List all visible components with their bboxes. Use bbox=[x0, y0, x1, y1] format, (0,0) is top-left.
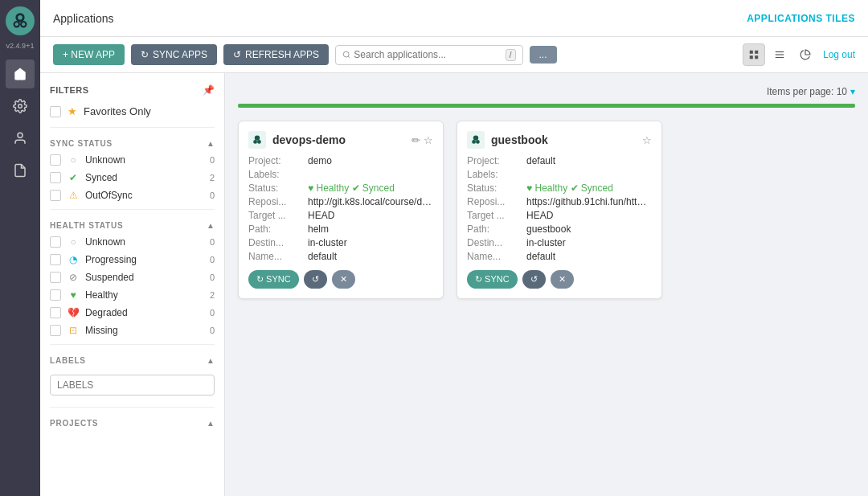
pin-icon: 📌 bbox=[203, 84, 215, 96]
sync-button-guestbook[interactable]: ↻ SYNC bbox=[467, 270, 518, 289]
health-healthy-count: 2 bbox=[210, 290, 215, 300]
health-unknown-icon: ○ bbox=[68, 236, 79, 248]
card-target-guestbook: Target ... HEAD bbox=[467, 210, 652, 221]
svg-point-22 bbox=[476, 140, 480, 144]
refresh-button-devops[interactable]: ↺ bbox=[304, 270, 327, 289]
sync-status-section: SYNC STATUS ▲ bbox=[40, 133, 224, 151]
tile-view-button[interactable] bbox=[743, 43, 765, 66]
sync-outofsync-item[interactable]: ⚠ OutOfSync 0 bbox=[40, 187, 224, 204]
view-icons bbox=[743, 43, 817, 66]
health-suspended-count: 0 bbox=[210, 273, 215, 282]
pie-view-button[interactable] bbox=[794, 43, 817, 66]
topbar: Applications APPLICATIONS TILES bbox=[40, 0, 868, 37]
nav-home-icon[interactable] bbox=[6, 59, 35, 88]
svg-point-3 bbox=[18, 15, 23, 20]
nav-docs-icon[interactable] bbox=[6, 156, 35, 185]
labels-section bbox=[40, 368, 224, 402]
delete-button-devops[interactable]: ✕ bbox=[332, 270, 355, 289]
refresh-apps-button[interactable]: ↺ REFRESH APPS bbox=[223, 44, 329, 65]
sync-apps-button[interactable]: ↻ SYNC APPS bbox=[131, 44, 217, 65]
card-repo-guestbook: Reposi... https://github.91chi.fun/https… bbox=[467, 196, 652, 207]
labels-collapse-icon[interactable]: ▲ bbox=[207, 356, 215, 365]
divider-3 bbox=[50, 344, 215, 345]
labels-section-header: LABELS ▲ bbox=[40, 350, 224, 368]
favorites-row[interactable]: ★ Favorites Only bbox=[40, 100, 224, 122]
star-icon-devops[interactable]: ☆ bbox=[424, 134, 433, 146]
card-destination-devops: Destin... in-cluster bbox=[248, 237, 433, 248]
health-progressing-checkbox[interactable] bbox=[50, 254, 61, 265]
health-suspended-label: Suspended bbox=[85, 272, 203, 283]
missing-icon: ⊡ bbox=[68, 325, 79, 336]
card-labels-guestbook: Labels: bbox=[467, 169, 652, 180]
health-degraded-item[interactable]: 💔 Degraded 0 bbox=[40, 304, 224, 322]
sync-collapse-icon[interactable]: ▲ bbox=[207, 139, 215, 148]
progressing-icon: ◔ bbox=[68, 254, 79, 265]
health-collapse-icon[interactable]: ▲ bbox=[207, 221, 215, 230]
content-area: FILTERS 📌 ★ Favorites Only SYNC STATUS ▲… bbox=[40, 73, 868, 496]
favorites-checkbox[interactable] bbox=[50, 106, 61, 117]
health-healthy-label: Healthy bbox=[85, 289, 203, 301]
divider-2 bbox=[50, 209, 215, 210]
nav-settings-icon[interactable] bbox=[6, 92, 35, 121]
health-healthy-checkbox[interactable] bbox=[50, 289, 61, 301]
toolbar: + NEW APP ↻ SYNC APPS ↺ REFRESH APPS / .… bbox=[40, 37, 868, 73]
nav-user-icon[interactable] bbox=[6, 124, 35, 153]
edit-icon-devops[interactable]: ✏ bbox=[411, 134, 420, 146]
health-missing-item[interactable]: ⊡ Missing 0 bbox=[40, 322, 224, 339]
svg-point-5 bbox=[22, 23, 25, 26]
health-healthy-item[interactable]: ♥ Healthy 2 bbox=[40, 286, 224, 304]
card-header-guestbook: guestbook ☆ bbox=[467, 131, 652, 149]
sidebar-filters: FILTERS 📌 ★ Favorites Only SYNC STATUS ▲… bbox=[40, 73, 225, 496]
logout-button[interactable]: Log out bbox=[823, 49, 855, 60]
health-suspended-checkbox[interactable] bbox=[50, 272, 61, 283]
svg-point-8 bbox=[343, 51, 349, 57]
card-title-area-devops: devops-demo bbox=[248, 131, 346, 149]
suspended-icon: ⊘ bbox=[68, 272, 79, 283]
svg-point-18 bbox=[253, 140, 257, 144]
sync-synced-item[interactable]: ✔ Synced 2 bbox=[40, 169, 224, 187]
sync-unknown-label: Unknown bbox=[85, 154, 203, 166]
projects-collapse-icon[interactable]: ▲ bbox=[207, 419, 215, 428]
search-input[interactable] bbox=[354, 49, 502, 60]
search-wrapper: / bbox=[335, 45, 522, 65]
sync-synced-checkbox[interactable] bbox=[50, 172, 61, 183]
refresh-button-guestbook[interactable]: ↺ bbox=[522, 270, 546, 289]
sync-outofsync-checkbox[interactable] bbox=[50, 190, 61, 201]
new-app-button[interactable]: + NEW APP bbox=[53, 44, 125, 65]
health-degraded-count: 0 bbox=[210, 308, 215, 318]
degraded-icon: 💔 bbox=[68, 307, 79, 318]
sync-button-devops[interactable]: ↻ SYNC bbox=[248, 270, 299, 289]
card-repo-devops: Reposi... http://git.k8s.local/course/de… bbox=[248, 196, 433, 207]
rollout-button[interactable]: ... bbox=[530, 46, 557, 64]
card-path-devops: Path: helm bbox=[248, 223, 433, 235]
delete-button-guestbook[interactable]: ✕ bbox=[551, 270, 574, 289]
svg-point-6 bbox=[18, 105, 23, 109]
sync-unknown-checkbox[interactable] bbox=[50, 154, 61, 166]
healthy-status-devops: ♥ Healthy bbox=[308, 182, 349, 194]
star-icon-guestbook[interactable]: ☆ bbox=[642, 134, 652, 146]
sync-outofsync-label: OutOfSync bbox=[85, 190, 203, 201]
progress-bar bbox=[238, 104, 855, 108]
health-suspended-item[interactable]: ⊘ Suspended 0 bbox=[40, 268, 224, 286]
search-kbd: / bbox=[506, 49, 516, 61]
sync-unknown-item[interactable]: ○ Unknown 0 bbox=[40, 151, 224, 169]
card-header-devops-demo: devops-demo ✏ ☆ bbox=[248, 131, 433, 149]
health-unknown-item[interactable]: ○ Unknown 0 bbox=[40, 233, 224, 251]
svg-point-20 bbox=[473, 135, 478, 140]
card-project-guestbook: Project: default bbox=[467, 155, 652, 166]
sync-icon: ↻ bbox=[141, 49, 149, 60]
card-path-guestbook: Path: guestbook bbox=[467, 223, 652, 235]
app-name-devops: devops-demo bbox=[272, 133, 346, 146]
items-per-page-dropdown[interactable]: ▾ bbox=[850, 86, 855, 97]
card-footer-guestbook: ↻ SYNC ↺ ✕ bbox=[467, 270, 652, 289]
health-unknown-checkbox[interactable] bbox=[50, 236, 61, 248]
card-destination-guestbook: Destin... in-cluster bbox=[467, 237, 652, 248]
health-progressing-item[interactable]: ◔ Progressing 0 bbox=[40, 251, 224, 268]
health-missing-checkbox[interactable] bbox=[50, 325, 61, 336]
main-area: Applications APPLICATIONS TILES + NEW AP… bbox=[40, 0, 868, 496]
svg-point-19 bbox=[257, 140, 261, 144]
labels-input[interactable] bbox=[50, 375, 215, 396]
svg-point-21 bbox=[472, 140, 476, 144]
list-view-button[interactable] bbox=[768, 43, 791, 66]
health-degraded-checkbox[interactable] bbox=[50, 307, 61, 318]
